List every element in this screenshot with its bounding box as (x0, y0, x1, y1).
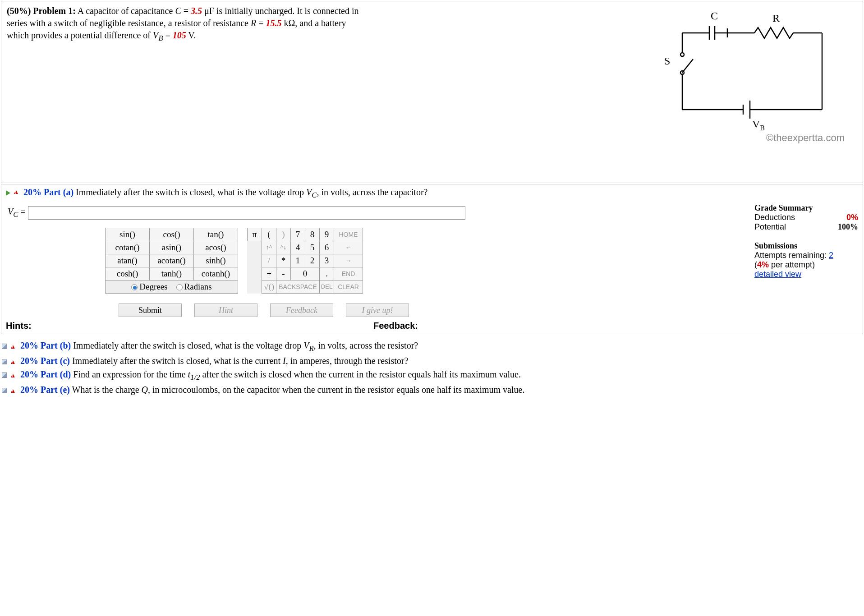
warning-icon (9, 387, 16, 394)
svg-line-16 (682, 59, 693, 73)
key-up[interactable]: ↑^ (262, 241, 276, 254)
answer-row: VC = (8, 206, 739, 220)
key-slash[interactable]: / (262, 254, 276, 267)
svg-text:C: C (711, 10, 718, 22)
grade-summary-title: Grade Summary (754, 203, 813, 212)
part-a-container: 20% Part (a) Immediately after the switc… (1, 184, 863, 334)
key-minus[interactable]: - (276, 267, 291, 280)
del-button[interactable]: DEL (320, 280, 334, 293)
expand-icon[interactable] (6, 190, 10, 196)
part-a-header: 20% Part (a) Immediately after the switc… (6, 187, 858, 200)
warning-icon (9, 359, 16, 365)
key-3[interactable]: 3 (320, 254, 334, 267)
clear-button[interactable]: CLEAR (334, 280, 363, 293)
rparen-button[interactable]: ) (276, 228, 291, 241)
atan-button[interactable]: atan() (106, 254, 150, 267)
submit-button[interactable]: Submit (119, 303, 182, 317)
tan-button[interactable]: tan() (194, 228, 238, 241)
collapse-icon (2, 372, 7, 378)
giveup-button[interactable]: I give up! (346, 303, 409, 317)
backspace-button[interactable]: BACKSPACE (276, 280, 320, 293)
key-star[interactable]: * (276, 254, 291, 267)
circuit-diagram: C R S VB (651, 6, 845, 132)
key-9[interactable]: 9 (320, 228, 334, 241)
key-left[interactable]: ← (334, 241, 363, 254)
svg-text:S: S (664, 55, 670, 67)
feedback-label: Feedback: (373, 321, 741, 331)
collapse-icon (2, 388, 7, 393)
key-plus[interactable]: + (262, 267, 276, 280)
problem-text: (50%) Problem 1: A capacitor of capacita… (7, 5, 363, 44)
key-down[interactable]: ^↓ (276, 241, 291, 254)
sqrt-button[interactable]: √() (262, 280, 276, 293)
collapse-icon (2, 344, 7, 349)
acos-button[interactable]: acos() (194, 241, 238, 254)
problem-statement: (50%) Problem 1: A capacitor of capacita… (1, 1, 863, 183)
function-keypad: sin() cos() tan() cotan() asin() acos() … (105, 228, 238, 294)
cosh-button[interactable]: cosh() (106, 267, 150, 280)
key-dot[interactable]: . (320, 267, 334, 280)
collapse-icon (2, 359, 7, 364)
key-5[interactable]: 5 (305, 241, 320, 254)
submissions-title: Submissions (754, 241, 797, 250)
key-right[interactable]: → (334, 254, 363, 267)
svg-point-14 (680, 53, 684, 56)
grade-sidebar: Grade Summary Deductions0% Potential100%… (754, 203, 858, 331)
other-parts-list: 20% Part (b) Immediately after the switc… (2, 339, 862, 396)
warning-icon (13, 190, 19, 196)
part-e-row[interactable]: 20% Part (e) What is the charge Q, in mi… (2, 383, 862, 396)
key-0[interactable]: 0 (291, 267, 320, 280)
radians-radio[interactable] (176, 284, 183, 290)
key-1[interactable]: 1 (291, 254, 305, 267)
pi-button[interactable]: π (248, 228, 262, 241)
tanh-button[interactable]: tanh() (150, 267, 194, 280)
warning-icon (9, 343, 16, 349)
cotanh-button[interactable]: cotanh() (194, 267, 238, 280)
end-button[interactable]: END (334, 267, 363, 280)
detailed-view-link[interactable]: detailed view (754, 270, 801, 279)
cotan-button[interactable]: cotan() (106, 241, 150, 254)
key-7[interactable]: 7 (291, 228, 305, 241)
key-6[interactable]: 6 (320, 241, 334, 254)
cos-button[interactable]: cos() (150, 228, 194, 241)
answer-input[interactable] (28, 206, 465, 220)
home-button[interactable]: HOME (334, 228, 363, 241)
svg-text:R: R (772, 12, 780, 24)
copyright-text: ©theexpertta.com (766, 132, 845, 144)
part-b-row[interactable]: 20% Part (b) Immediately after the switc… (2, 339, 862, 354)
feedback-button[interactable]: Feedback (270, 303, 333, 317)
lparen-button[interactable]: ( (262, 228, 276, 241)
svg-text:VB: VB (752, 118, 765, 132)
acotan-button[interactable]: acotan() (150, 254, 194, 267)
part-c-row[interactable]: 20% Part (c) Immediately after the switc… (2, 354, 862, 368)
numeric-keypad: π ( ) 7 8 9 HOME ↑^ ^↓ 4 5 6 (247, 228, 363, 294)
warning-icon (9, 372, 16, 378)
sin-button[interactable]: sin() (106, 228, 150, 241)
asin-button[interactable]: asin() (150, 241, 194, 254)
degrees-radio[interactable] (131, 284, 138, 290)
key-4[interactable]: 4 (291, 241, 305, 254)
sinh-button[interactable]: sinh() (194, 254, 238, 267)
hint-button[interactable]: Hint (194, 303, 257, 317)
key-2[interactable]: 2 (305, 254, 320, 267)
hints-label: Hints: (6, 321, 373, 331)
part-d-row[interactable]: 20% Part (d) Find an expression for the … (2, 368, 862, 383)
key-8[interactable]: 8 (305, 228, 320, 241)
